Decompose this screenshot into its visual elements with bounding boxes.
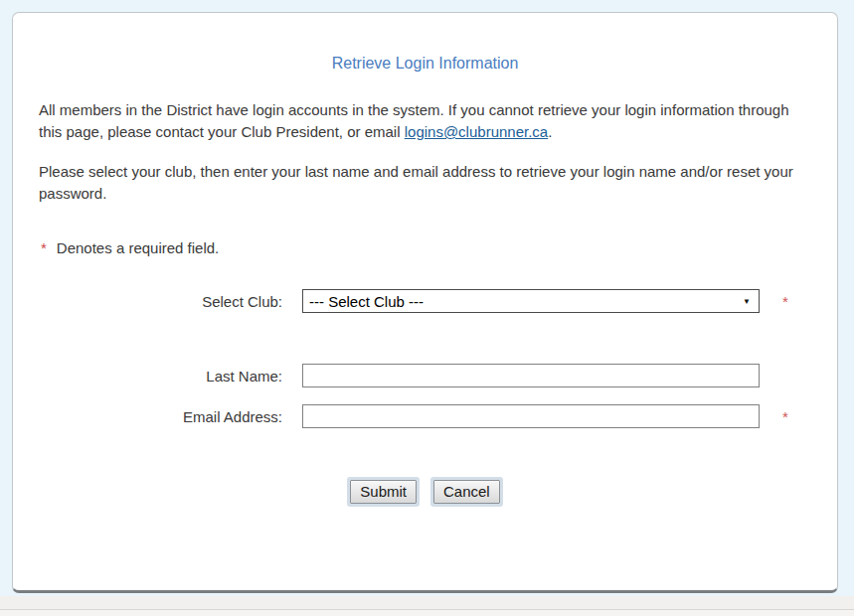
select-club-label: Select Club: bbox=[13, 293, 302, 310]
form-buttons: Submit Cancel bbox=[13, 480, 837, 504]
select-club-dropdown[interactable]: --- Select Club --- ▼ bbox=[302, 289, 760, 313]
select-club-required-marker: * bbox=[782, 293, 794, 310]
email-link[interactable]: logins@clubrunner.ca bbox=[405, 123, 548, 140]
select-club-selected-value: --- Select Club --- bbox=[303, 293, 424, 310]
email-required-marker: * bbox=[782, 408, 794, 425]
page-background: Retrieve Login Information All members i… bbox=[0, 0, 854, 616]
panel-content: Retrieve Login Information All members i… bbox=[13, 54, 837, 259]
last-name-row: Last Name: bbox=[13, 364, 837, 387]
last-name-input[interactable] bbox=[302, 364, 760, 387]
instructions-paragraph: Please select your club, then enter your… bbox=[39, 161, 811, 205]
intro-text-after-link: . bbox=[548, 123, 552, 140]
login-retrieval-panel: Retrieve Login Information All members i… bbox=[12, 12, 838, 593]
last-name-label: Last Name: bbox=[13, 368, 302, 385]
footer-divider bbox=[0, 609, 854, 616]
page-title: Retrieve Login Information bbox=[39, 54, 811, 74]
email-address-row: Email Address: * bbox=[13, 404, 837, 428]
submit-button[interactable]: Submit bbox=[350, 480, 417, 504]
email-address-label: Email Address: bbox=[13, 408, 302, 425]
intro-paragraph: All members in the District have login a… bbox=[39, 99, 811, 143]
required-note-text: Denotes a required field. bbox=[57, 239, 219, 256]
cancel-button[interactable]: Cancel bbox=[433, 480, 500, 504]
footer-bar bbox=[0, 596, 854, 616]
required-asterisk: * bbox=[41, 239, 57, 256]
required-note: *Denotes a required field. bbox=[39, 237, 811, 259]
select-club-row: Select Club: --- Select Club --- ▼ * bbox=[13, 289, 837, 313]
chevron-down-icon: ▼ bbox=[743, 297, 751, 306]
email-address-input[interactable] bbox=[302, 404, 760, 428]
